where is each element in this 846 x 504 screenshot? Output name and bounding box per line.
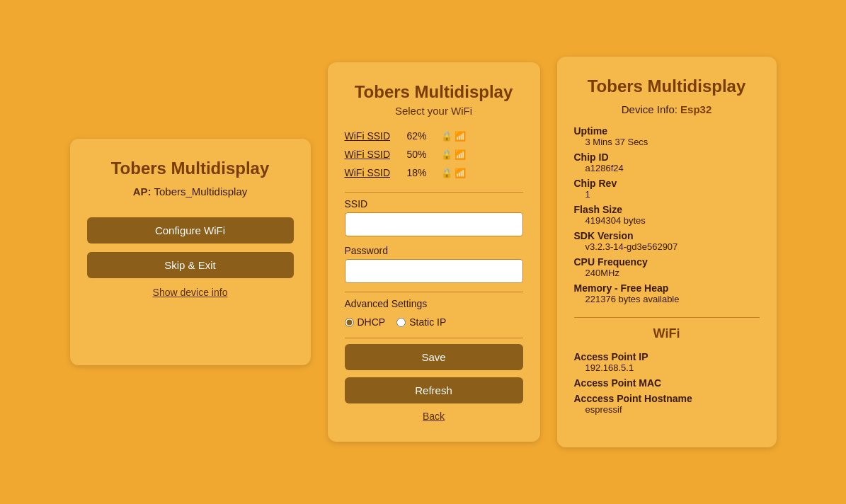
access-point-mac-row: Access Point MAC (574, 377, 760, 389)
device-info-value: Esp32 (680, 103, 711, 115)
chip-id-label: Chip ID (574, 151, 760, 163)
access-point-ip-label: Access Point IP (574, 351, 760, 362)
sdk-version-label: SDK Version (574, 230, 760, 241)
wifi-strength-3: 18% (407, 167, 435, 178)
memory-row: Memory - Free Heap 221376 bytes availabl… (574, 282, 760, 304)
access-point-hostname-label: Acccess Point Hostname (574, 393, 760, 404)
ip-mode-radio-group: DHCP Static IP (345, 316, 523, 328)
ssid-input[interactable] (345, 212, 523, 236)
show-device-info-link[interactable]: Show device info (87, 287, 294, 298)
cpu-freq-value: 240MHz (574, 268, 760, 278)
device-info-header: Device Info: Esp32 (574, 103, 760, 115)
uptime-label: Uptime (574, 125, 760, 137)
wifi-section-title: WiFi (574, 326, 760, 341)
wifi-icons-3: 🔒 📶 (441, 168, 467, 178)
password-label: Password (345, 245, 523, 256)
password-group: Password (345, 245, 523, 283)
wifi-icons-1: 🔒 📶 (441, 131, 467, 142)
card1-title: Tobers Multidisplay (87, 159, 294, 178)
chip-id-value: a1286f24 (574, 163, 760, 173)
static-ip-radio[interactable] (396, 318, 406, 327)
chip-rev-value: 1 (574, 189, 760, 200)
memory-value: 221376 bytes available (574, 294, 760, 304)
uptime-row: Uptime 3 Mins 37 Secs (574, 125, 760, 147)
wifi-ssid-link-3[interactable]: WiFi SSID (345, 167, 401, 178)
flash-size-value: 4194304 bytes (574, 215, 760, 226)
dhcp-radio-label[interactable]: DHCP (345, 316, 386, 328)
card3-title: Tobers Multidisplay (574, 76, 760, 96)
ap-line: AP: Tobers_Multidisplay (87, 185, 294, 197)
wifi-ssid-link-1[interactable]: WiFi SSID (345, 130, 401, 142)
memory-label: Memory - Free Heap (574, 282, 760, 294)
wifi-list: WiFi SSID 62% 🔒 📶 WiFi SSID 50% 🔒 📶 WiFi… (345, 127, 523, 182)
uptime-value: 3 Mins 37 Secs (574, 137, 760, 147)
dhcp-label: DHCP (358, 316, 386, 328)
card-wifi-select: Tobers Multidisplay Select your WiFi WiF… (328, 62, 540, 442)
static-ip-radio-label[interactable]: Static IP (396, 316, 446, 328)
cpu-freq-row: CPU Frequency 240MHz (574, 256, 760, 278)
access-point-ip-value: 192.168.5.1 (574, 362, 760, 373)
flash-size-row: Flash Size 4194304 bytes (574, 204, 760, 226)
flash-size-label: Flash Size (574, 204, 760, 215)
card2-title: Tobers Multidisplay (345, 82, 523, 102)
chip-rev-row: Chip Rev 1 (574, 178, 760, 200)
skip-exit-button[interactable]: Skip & Exit (87, 252, 294, 278)
wifi-item-1: WiFi SSID 62% 🔒 📶 (345, 127, 523, 145)
password-input[interactable] (345, 259, 523, 283)
ap-value: Tobers_Multidisplay (154, 185, 248, 197)
ssid-label: SSID (345, 198, 523, 210)
ssid-group: SSID (345, 198, 523, 236)
access-point-mac-label: Access Point MAC (574, 377, 760, 389)
device-info-label: Device Info: (622, 103, 678, 115)
chip-id-row: Chip ID a1286f24 (574, 151, 760, 173)
cpu-freq-label: CPU Frequency (574, 256, 760, 268)
chip-rev-label: Chip Rev (574, 178, 760, 189)
back-link[interactable]: Back (345, 411, 523, 422)
access-point-ip-row: Access Point IP 192.168.5.1 (574, 351, 760, 373)
configure-wifi-button[interactable]: Configure WiFi (87, 217, 294, 244)
wifi-section-divider (574, 317, 760, 318)
access-point-hostname-value: espressif (574, 404, 760, 415)
card-device-info: Tobers Multidisplay Device Info: Esp32 U… (557, 57, 777, 447)
card-ap: Tobers Multidisplay AP: Tobers_Multidisp… (70, 139, 311, 365)
access-point-hostname-row: Acccess Point Hostname espressif (574, 393, 760, 415)
select-wifi-label: Select your WiFi (345, 105, 523, 117)
system-info-section: Uptime 3 Mins 37 Secs Chip ID a1286f24 C… (574, 125, 760, 304)
dhcp-radio[interactable] (345, 318, 354, 327)
wifi-ssid-link-2[interactable]: WiFi SSID (345, 149, 401, 160)
wifi-strength-2: 50% (407, 149, 435, 160)
wifi-strength-1: 62% (407, 130, 435, 142)
wifi-item-2: WiFi SSID 50% 🔒 📶 (345, 145, 523, 164)
sdk-version-row: SDK Version v3.2.3-14-gd3e562907 (574, 230, 760, 252)
divider-1 (345, 192, 523, 193)
refresh-button[interactable]: Refresh (345, 377, 523, 403)
divider-3 (345, 338, 523, 338)
wifi-info-section: Access Point IP 192.168.5.1 Access Point… (574, 351, 760, 415)
sdk-version-value: v3.2.3-14-gd3e562907 (574, 241, 760, 252)
static-ip-label: Static IP (409, 316, 446, 328)
divider-2 (345, 292, 523, 292)
wifi-item-3: WiFi SSID 18% 🔒 📶 (345, 164, 523, 182)
wifi-icons-2: 🔒 📶 (441, 149, 467, 160)
advanced-settings-label: Advanced Settings (345, 298, 523, 309)
ap-label: AP: (133, 185, 152, 197)
save-button[interactable]: Save (345, 344, 523, 370)
